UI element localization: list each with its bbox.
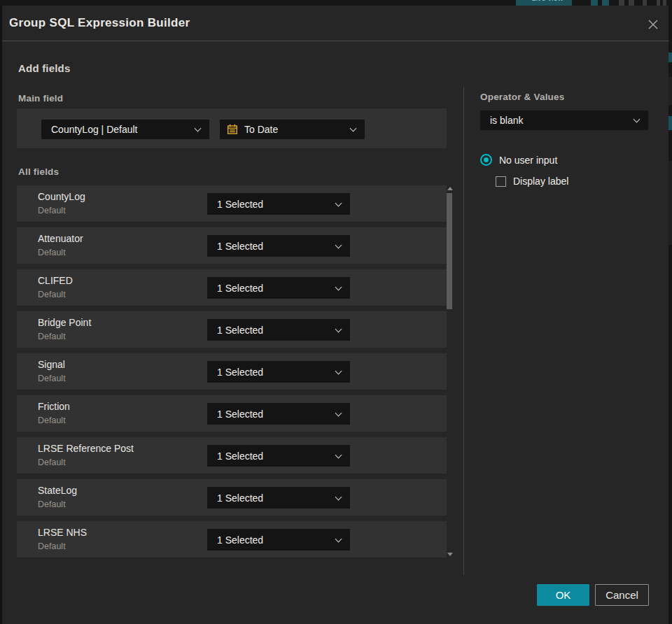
no-user-input-label: No user input	[499, 155, 557, 166]
scrollbar-down-arrow-icon[interactable]	[447, 553, 453, 556]
field-name: CLIFED	[38, 275, 73, 286]
chevron-down-icon	[335, 409, 342, 416]
chevron-down-icon	[195, 125, 202, 132]
field-subtitle: Default	[38, 416, 66, 425]
field-values-select[interactable]: 1 Selected	[207, 403, 350, 425]
field-values-select-value: 1 Selected	[217, 325, 263, 336]
field-name: StateLog	[38, 485, 77, 496]
chevron-down-icon	[335, 199, 342, 206]
field-subtitle: Default	[38, 499, 66, 509]
field-name: Attenuator	[38, 233, 83, 244]
add-fields-heading: Add fields	[18, 62, 71, 74]
field-list-item: LRSE NHS Default 1 Selected	[17, 521, 447, 558]
field-subtitle: Default	[38, 332, 66, 341]
field-values-select[interactable]: 1 Selected	[207, 193, 350, 215]
checkbox-unchecked-icon	[496, 176, 506, 187]
group-sql-expression-builder-dialog: Group SQL Expression Builder Add fields …	[2, 6, 668, 624]
main-field-type-value: To Date	[244, 124, 278, 135]
field-values-select-value: 1 Selected	[217, 492, 263, 504]
all-fields-list: CountyLog Default 1 Selected Attenuator …	[17, 185, 447, 563]
chevron-down-icon	[634, 116, 640, 123]
field-list-item: Attenuator Default 1 Selected	[17, 227, 447, 264]
no-user-input-radio[interactable]: No user input	[480, 154, 557, 166]
dialog-header: Group SQL Expression Builder	[2, 6, 668, 41]
operator-select[interactable]: is blank	[480, 111, 648, 130]
to-date-calendar-icon	[227, 124, 238, 135]
field-list-item: CountyLog Default 1 Selected	[17, 185, 447, 222]
main-field-label: Main field	[18, 93, 63, 104]
header-divider	[2, 41, 668, 41]
field-list-item: LRSE Reference Post Default 1 Selected	[17, 437, 447, 474]
background-fragment	[668, 52, 672, 62]
chevron-down-icon	[335, 451, 342, 458]
field-subtitle: Default	[38, 458, 66, 467]
field-values-select[interactable]: 1 Selected	[207, 235, 350, 257]
main-field-type-select[interactable]: To Date	[220, 120, 365, 139]
background-toolbar-strip: Live view	[0, 0, 672, 6]
display-label-checkbox[interactable]: Display label	[496, 176, 568, 187]
field-name: Signal	[38, 359, 65, 370]
field-name: LRSE NHS	[38, 527, 87, 538]
field-values-select[interactable]: 1 Selected	[207, 487, 350, 509]
field-subtitle: Default	[38, 206, 66, 215]
main-field-panel: CountyLog | Default To Date	[17, 108, 447, 148]
chevron-down-icon	[350, 125, 357, 132]
chevron-down-icon	[335, 493, 342, 500]
background-button-fragment	[657, 0, 660, 6]
main-field-select-value: CountyLog | Default	[51, 124, 138, 135]
field-values-select-value: 1 Selected	[217, 367, 263, 378]
field-values-select[interactable]: 1 Selected	[207, 277, 350, 299]
cancel-button[interactable]: Cancel	[595, 584, 649, 606]
chevron-down-icon	[335, 241, 342, 248]
background-button-fragment	[619, 0, 624, 6]
field-name: LRSE Reference Post	[38, 443, 134, 454]
operator-select-value: is blank	[490, 115, 523, 126]
chevron-down-icon	[335, 325, 342, 332]
background-button-fragment	[663, 0, 666, 6]
live-view-button[interactable]: Live view	[516, 0, 572, 6]
field-values-select[interactable]: 1 Selected	[207, 529, 350, 551]
field-list-item: CLIFED Default 1 Selected	[17, 269, 447, 306]
main-field-select[interactable]: CountyLog | Default	[41, 120, 209, 139]
field-values-select-value: 1 Selected	[217, 199, 263, 210]
field-list-item: Signal Default 1 Selected	[17, 353, 447, 390]
scrollbar-up-arrow-icon[interactable]	[447, 187, 453, 190]
chevron-down-icon	[335, 367, 342, 374]
field-name: Friction	[38, 401, 70, 412]
background-button-fragment	[591, 0, 598, 6]
field-subtitle: Default	[38, 290, 66, 299]
radio-selected-icon	[480, 154, 492, 166]
field-name: Bridge Point	[38, 317, 91, 328]
field-list-item: Bridge Point Default 1 Selected	[17, 311, 447, 348]
background-button-fragment	[602, 0, 609, 6]
background-right-strip	[668, 0, 672, 624]
field-name: CountyLog	[38, 191, 85, 202]
field-values-select-value: 1 Selected	[217, 241, 263, 252]
live-view-label: Live view	[531, 0, 563, 2]
field-values-select[interactable]: 1 Selected	[207, 319, 350, 341]
background-button-fragment	[629, 0, 634, 6]
field-subtitle: Default	[38, 541, 66, 551]
background-button-fragment	[643, 0, 647, 6]
field-values-select-value: 1 Selected	[217, 451, 263, 462]
field-subtitle: Default	[38, 374, 66, 383]
all-fields-label: All fields	[18, 166, 59, 177]
ok-button[interactable]: OK	[537, 584, 589, 606]
column-divider	[463, 87, 464, 575]
field-values-select-value: 1 Selected	[217, 409, 263, 420]
field-subtitle: Default	[38, 248, 66, 257]
operator-values-label: Operator & Values	[480, 92, 564, 102]
scrollbar-thumb[interactable]	[447, 193, 452, 309]
screen: Live view Group SQL Expression Builder	[0, 0, 672, 624]
background-fragment	[668, 161, 672, 245]
chevron-down-icon	[335, 283, 342, 290]
field-list-item: Friction Default 1 Selected	[17, 395, 447, 432]
field-values-select[interactable]: 1 Selected	[207, 361, 350, 383]
field-values-select-value: 1 Selected	[217, 534, 263, 546]
dialog-title: Group SQL Expression Builder	[9, 6, 190, 41]
display-label-text: Display label	[513, 176, 568, 187]
field-values-select-value: 1 Selected	[217, 283, 263, 294]
field-values-select[interactable]: 1 Selected	[207, 445, 350, 467]
background-fragment	[668, 116, 672, 130]
close-button[interactable]	[646, 17, 660, 31]
